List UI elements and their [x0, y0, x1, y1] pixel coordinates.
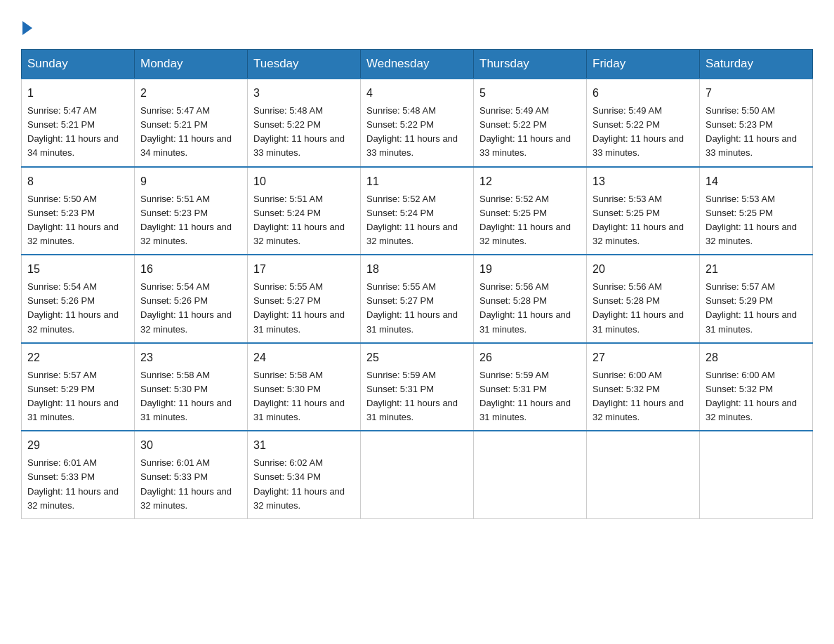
calendar-cell: 12 Sunrise: 5:52 AMSunset: 5:25 PMDaylig… [474, 167, 587, 255]
calendar-cell [700, 431, 813, 518]
calendar-cell [474, 431, 587, 518]
calendar-cell: 6 Sunrise: 5:49 AMSunset: 5:22 PMDayligh… [587, 79, 700, 167]
day-number: 24 [253, 349, 355, 366]
page-header [21, 21, 813, 35]
calendar-cell: 27 Sunrise: 6:00 AMSunset: 5:32 PMDaylig… [587, 343, 700, 431]
day-number: 31 [253, 437, 355, 454]
day-info: Sunrise: 5:51 AMSunset: 5:24 PMDaylight:… [253, 194, 345, 246]
day-number: 3 [253, 85, 355, 102]
calendar-cell [361, 431, 474, 518]
calendar-cell: 11 Sunrise: 5:52 AMSunset: 5:24 PMDaylig… [361, 167, 474, 255]
calendar-week-row: 1 Sunrise: 5:47 AMSunset: 5:21 PMDayligh… [22, 79, 813, 167]
calendar-cell: 1 Sunrise: 5:47 AMSunset: 5:21 PMDayligh… [22, 79, 135, 167]
calendar-cell: 18 Sunrise: 5:55 AMSunset: 5:27 PMDaylig… [361, 255, 474, 343]
day-number: 15 [27, 261, 128, 278]
day-info: Sunrise: 5:53 AMSunset: 5:25 PMDaylight:… [706, 194, 797, 246]
calendar-cell: 30 Sunrise: 6:01 AMSunset: 5:33 PMDaylig… [135, 431, 248, 518]
day-number: 26 [479, 349, 581, 366]
day-info: Sunrise: 6:00 AMSunset: 5:32 PMDaylight:… [706, 370, 797, 422]
day-number: 20 [593, 261, 694, 278]
day-info: Sunrise: 5:48 AMSunset: 5:22 PMDaylight:… [366, 105, 458, 158]
day-number: 30 [140, 437, 241, 454]
day-number: 1 [27, 85, 128, 102]
calendar-cell: 20 Sunrise: 5:56 AMSunset: 5:28 PMDaylig… [587, 255, 700, 343]
calendar-cell: 21 Sunrise: 5:57 AMSunset: 5:29 PMDaylig… [700, 255, 813, 343]
day-info: Sunrise: 5:51 AMSunset: 5:23 PMDaylight:… [140, 194, 232, 246]
calendar-day-header: Tuesday [248, 50, 361, 79]
day-info: Sunrise: 5:47 AMSunset: 5:21 PMDaylight:… [27, 105, 119, 158]
day-info: Sunrise: 5:58 AMSunset: 5:30 PMDaylight:… [140, 370, 232, 422]
day-info: Sunrise: 6:01 AMSunset: 5:33 PMDaylight:… [27, 457, 119, 510]
day-number: 18 [366, 261, 468, 278]
calendar-week-row: 8 Sunrise: 5:50 AMSunset: 5:23 PMDayligh… [22, 167, 813, 255]
calendar-cell: 23 Sunrise: 5:58 AMSunset: 5:30 PMDaylig… [135, 343, 248, 431]
calendar-cell: 24 Sunrise: 5:58 AMSunset: 5:30 PMDaylig… [248, 343, 361, 431]
day-info: Sunrise: 5:50 AMSunset: 5:23 PMDaylight:… [27, 194, 119, 246]
calendar-cell: 17 Sunrise: 5:55 AMSunset: 5:27 PMDaylig… [248, 255, 361, 343]
calendar-table: SundayMondayTuesdayWednesdayThursdayFrid… [21, 49, 813, 519]
day-number: 16 [140, 261, 241, 278]
calendar-day-header: Monday [135, 50, 248, 79]
day-info: Sunrise: 5:55 AMSunset: 5:27 PMDaylight:… [366, 281, 458, 334]
day-info: Sunrise: 5:59 AMSunset: 5:31 PMDaylight:… [479, 370, 571, 422]
calendar-cell: 4 Sunrise: 5:48 AMSunset: 5:22 PMDayligh… [361, 79, 474, 167]
logo-arrow-icon [22, 21, 32, 35]
calendar-cell: 3 Sunrise: 5:48 AMSunset: 5:22 PMDayligh… [248, 79, 361, 167]
calendar-cell: 25 Sunrise: 5:59 AMSunset: 5:31 PMDaylig… [361, 343, 474, 431]
day-number: 23 [140, 349, 241, 366]
calendar-cell: 9 Sunrise: 5:51 AMSunset: 5:23 PMDayligh… [135, 167, 248, 255]
day-number: 5 [479, 85, 581, 102]
day-number: 9 [140, 173, 241, 190]
calendar-cell: 8 Sunrise: 5:50 AMSunset: 5:23 PMDayligh… [22, 167, 135, 255]
day-number: 21 [706, 261, 807, 278]
day-number: 14 [706, 173, 807, 190]
day-info: Sunrise: 5:52 AMSunset: 5:25 PMDaylight:… [479, 194, 571, 246]
day-info: Sunrise: 6:02 AMSunset: 5:34 PMDaylight:… [253, 457, 345, 510]
day-number: 11 [366, 173, 468, 190]
day-number: 13 [593, 173, 694, 190]
calendar-cell: 14 Sunrise: 5:53 AMSunset: 5:25 PMDaylig… [700, 167, 813, 255]
calendar-cell [587, 431, 700, 518]
day-info: Sunrise: 5:56 AMSunset: 5:28 PMDaylight:… [593, 281, 684, 334]
day-info: Sunrise: 5:47 AMSunset: 5:21 PMDaylight:… [140, 105, 232, 158]
day-number: 17 [253, 261, 355, 278]
day-number: 12 [479, 173, 581, 190]
day-number: 7 [706, 85, 807, 102]
day-info: Sunrise: 5:49 AMSunset: 5:22 PMDaylight:… [479, 105, 571, 158]
calendar-cell: 2 Sunrise: 5:47 AMSunset: 5:21 PMDayligh… [135, 79, 248, 167]
calendar-cell: 5 Sunrise: 5:49 AMSunset: 5:22 PMDayligh… [474, 79, 587, 167]
calendar-cell: 22 Sunrise: 5:57 AMSunset: 5:29 PMDaylig… [22, 343, 135, 431]
day-info: Sunrise: 6:01 AMSunset: 5:33 PMDaylight:… [140, 457, 232, 510]
day-info: Sunrise: 5:57 AMSunset: 5:29 PMDaylight:… [706, 281, 797, 334]
calendar-week-row: 15 Sunrise: 5:54 AMSunset: 5:26 PMDaylig… [22, 255, 813, 343]
day-number: 10 [253, 173, 355, 190]
day-number: 28 [706, 349, 807, 366]
day-info: Sunrise: 5:59 AMSunset: 5:31 PMDaylight:… [366, 370, 458, 422]
day-number: 6 [593, 85, 694, 102]
calendar-day-header: Friday [587, 50, 700, 79]
day-info: Sunrise: 5:58 AMSunset: 5:30 PMDaylight:… [253, 370, 345, 422]
day-info: Sunrise: 5:54 AMSunset: 5:26 PMDaylight:… [140, 281, 232, 334]
day-number: 25 [366, 349, 468, 366]
calendar-day-header: Saturday [700, 50, 813, 79]
calendar-cell: 31 Sunrise: 6:02 AMSunset: 5:34 PMDaylig… [248, 431, 361, 518]
day-number: 22 [27, 349, 128, 366]
calendar-cell: 26 Sunrise: 5:59 AMSunset: 5:31 PMDaylig… [474, 343, 587, 431]
calendar-cell: 19 Sunrise: 5:56 AMSunset: 5:28 PMDaylig… [474, 255, 587, 343]
day-info: Sunrise: 5:54 AMSunset: 5:26 PMDaylight:… [27, 281, 119, 334]
calendar-header-row: SundayMondayTuesdayWednesdayThursdayFrid… [22, 50, 813, 79]
logo [21, 21, 34, 35]
day-number: 8 [27, 173, 128, 190]
calendar-day-header: Sunday [22, 50, 135, 79]
calendar-cell: 10 Sunrise: 5:51 AMSunset: 5:24 PMDaylig… [248, 167, 361, 255]
day-number: 19 [479, 261, 581, 278]
day-number: 29 [27, 437, 128, 454]
day-info: Sunrise: 5:55 AMSunset: 5:27 PMDaylight:… [253, 281, 345, 334]
day-info: Sunrise: 6:00 AMSunset: 5:32 PMDaylight:… [593, 370, 684, 422]
day-info: Sunrise: 5:57 AMSunset: 5:29 PMDaylight:… [27, 370, 119, 422]
day-info: Sunrise: 5:52 AMSunset: 5:24 PMDaylight:… [366, 194, 458, 246]
calendar-cell: 29 Sunrise: 6:01 AMSunset: 5:33 PMDaylig… [22, 431, 135, 518]
calendar-day-header: Thursday [474, 50, 587, 79]
calendar-cell: 28 Sunrise: 6:00 AMSunset: 5:32 PMDaylig… [700, 343, 813, 431]
day-number: 27 [593, 349, 694, 366]
